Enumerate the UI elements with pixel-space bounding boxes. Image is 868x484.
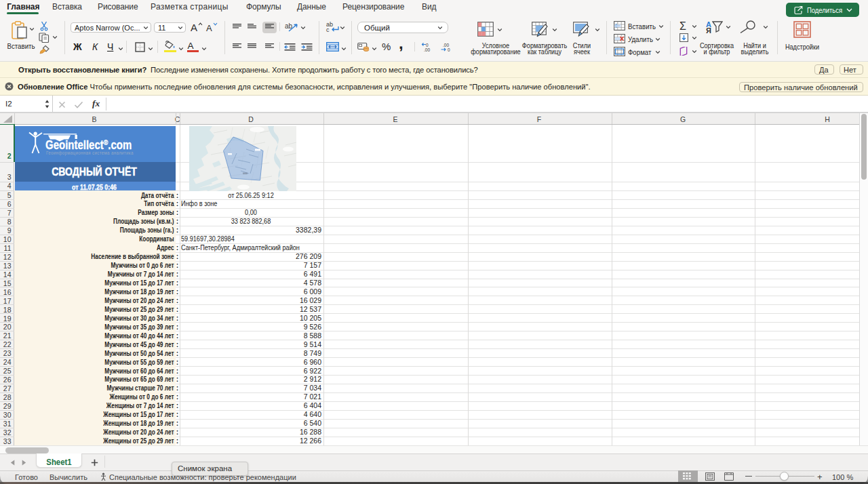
- svg-text:.00: .00: [443, 43, 449, 47]
- svg-text:0: 0: [426, 43, 429, 47]
- svg-text:.00: .00: [424, 47, 430, 52]
- svg-text:0: 0: [448, 47, 450, 52]
